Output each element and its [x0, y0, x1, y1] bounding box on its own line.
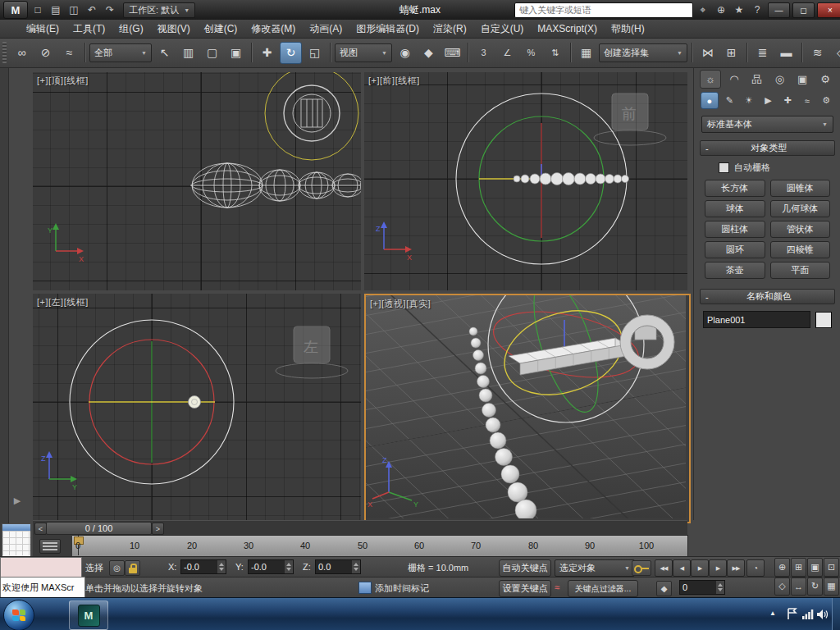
key-mode-toggle-icon[interactable]: ◆: [656, 581, 672, 596]
tab-motion[interactable]: ◎: [769, 71, 789, 88]
prim-button-box[interactable]: 长方体: [705, 180, 765, 197]
category-geometry-icon[interactable]: ●: [701, 92, 719, 109]
menu-help[interactable]: 帮助(H): [605, 21, 651, 38]
prim-button-geosphere[interactable]: 几何球体: [770, 200, 831, 217]
go-to-end-button[interactable]: ▶▶: [727, 559, 745, 577]
viewport-perspective-label[interactable]: [+][透视][真实]: [370, 298, 431, 310]
edit-named-selection-sets-icon[interactable]: ▦: [575, 42, 597, 64]
set-key-key-icon[interactable]: [632, 560, 651, 576]
menu-maxscript[interactable]: MAXScript(X): [531, 21, 604, 36]
track-bar[interactable]: < 0 / 100 >: [33, 520, 687, 536]
viewport-front-canvas[interactable]: 前 Z X: [364, 72, 687, 290]
percent-snap-icon[interactable]: %: [520, 42, 542, 64]
macro-recorder-field[interactable]: [0, 557, 82, 578]
undo-icon[interactable]: ↶: [84, 2, 100, 17]
menu-modifiers[interactable]: 修改器(M): [244, 21, 302, 38]
taskbar-3dsmax-button[interactable]: M: [69, 600, 108, 630]
frame-back-button[interactable]: <: [34, 523, 47, 535]
maxscript-mini-listener[interactable]: 欢迎使用 MAXScr: [0, 577, 85, 598]
reference-coordinate-dropdown[interactable]: 视图 ▼: [335, 43, 392, 62]
selection-lock-icon[interactable]: [125, 560, 140, 576]
select-object-icon[interactable]: ↖: [153, 42, 176, 64]
viewport-perspective[interactable]: [+][透视][真实]: [364, 294, 691, 523]
menu-customize[interactable]: 自定义(U): [474, 21, 531, 38]
select-and-link-icon[interactable]: ∞: [11, 42, 33, 64]
search-icon[interactable]: ⌖: [695, 2, 711, 17]
close-button[interactable]: ×: [817, 2, 840, 18]
isolate-selection-icon[interactable]: ◎: [109, 560, 125, 576]
schematic-view-icon[interactable]: ◇: [830, 42, 840, 64]
maximize-viewport-icon[interactable]: ▦: [824, 578, 839, 596]
autogrid-checkbox[interactable]: [719, 162, 729, 173]
viewport-left[interactable]: [+][左][线框] 左: [33, 294, 361, 520]
field-of-view-icon[interactable]: ◇: [774, 578, 790, 596]
object-color-swatch[interactable]: [815, 312, 832, 328]
prim-button-torus[interactable]: 圆环: [705, 241, 765, 258]
menu-edit[interactable]: 编辑(E): [20, 21, 66, 38]
select-and-scale-icon[interactable]: ◱: [304, 42, 326, 64]
auto-key-button[interactable]: 自动关键点: [499, 559, 551, 577]
selection-set-dropdown[interactable]: 选定对象 ▼: [555, 559, 635, 577]
prim-button-tube[interactable]: 管状体: [770, 221, 831, 238]
angle-snap-icon[interactable]: ∠: [496, 42, 518, 64]
zoom-extents-icon[interactable]: ▣: [807, 558, 823, 577]
show-desktop-button[interactable]: [832, 598, 840, 630]
previous-frame-button[interactable]: ◀: [673, 559, 691, 577]
prim-button-cylinder[interactable]: 圆柱体: [705, 221, 765, 238]
help-icon[interactable]: ?: [749, 2, 765, 17]
category-systems-icon[interactable]: ⚙: [818, 93, 834, 108]
menu-tools[interactable]: 工具(T): [66, 21, 112, 38]
add-time-tag-label[interactable]: 添加时间标记: [375, 582, 429, 595]
orbit-icon[interactable]: ↻: [807, 578, 823, 596]
application-menu-button[interactable]: M: [3, 1, 28, 19]
select-by-name-icon[interactable]: ▥: [177, 42, 199, 64]
tray-volume-icon[interactable]: [817, 609, 828, 619]
prim-button-teapot[interactable]: 茶壶: [705, 262, 765, 279]
spinner-icon[interactable]: [352, 559, 361, 574]
viewport-top-canvas[interactable]: Y X: [33, 72, 361, 290]
zoom-icon[interactable]: ⊕: [774, 558, 790, 577]
curve-editor-icon[interactable]: ≋: [806, 42, 829, 64]
align-icon[interactable]: ⊞: [720, 42, 742, 64]
viewport-left-label[interactable]: [+][左][线框]: [37, 296, 89, 308]
expand-panel-arrow-button[interactable]: ▶: [10, 491, 25, 510]
maximize-button[interactable]: ◻: [792, 2, 815, 18]
viewport-perspective-canvas[interactable]: Z Y X: [366, 295, 686, 518]
category-helpers-icon[interactable]: ✚: [779, 93, 796, 108]
spinner-icon[interactable]: [716, 580, 725, 595]
minimize-button[interactable]: —: [768, 2, 790, 18]
viewport-left-canvas[interactable]: 左 Z Y: [33, 294, 361, 520]
ribbon-toggle-icon[interactable]: ▬: [775, 42, 797, 64]
redo-icon[interactable]: ↷: [102, 2, 118, 17]
viewport-top[interactable]: [+][顶][线框]: [33, 72, 361, 290]
tab-display[interactable]: ▣: [792, 71, 812, 88]
z-coordinate-field[interactable]: [315, 559, 361, 574]
zoom-region-icon[interactable]: ⊡: [824, 558, 839, 577]
primitive-category-dropdown[interactable]: 标准基本体 ▼: [701, 116, 833, 133]
tab-hierarchy[interactable]: 品: [747, 71, 767, 88]
spinner-icon[interactable]: [217, 559, 226, 574]
workspace-dropdown[interactable]: 工作区: 默认 ▼: [123, 2, 195, 18]
pan-icon[interactable]: ↔: [791, 578, 806, 596]
viewport-front[interactable]: [+][前][线框] 前: [364, 72, 687, 290]
prim-button-cone[interactable]: 圆锥体: [770, 180, 831, 197]
menu-group[interactable]: 组(G): [112, 21, 149, 38]
tray-show-hidden-icons-button[interactable]: ▲: [769, 609, 776, 617]
search-input[interactable]: [514, 2, 693, 18]
spinner-snap-icon[interactable]: ⇅: [544, 42, 566, 64]
prim-button-pyramid[interactable]: 四棱锥: [770, 241, 831, 258]
bind-to-spacewarp-icon[interactable]: ≈: [58, 42, 80, 64]
window-crossing-icon[interactable]: ▣: [225, 42, 247, 64]
rotate-gizmo[interactable]: [70, 320, 234, 484]
spinner-icon[interactable]: [285, 559, 294, 574]
open-file-icon[interactable]: ▤: [48, 2, 64, 17]
keyboard-shortcut-override-icon[interactable]: ⌨: [441, 42, 463, 64]
time-tag-icon[interactable]: [358, 582, 372, 594]
rollout-name-color[interactable]: - 名称和颜色: [700, 289, 835, 304]
current-frame-field[interactable]: [679, 580, 725, 595]
viewcube[interactable]: 前: [594, 94, 666, 145]
tab-modify[interactable]: ◠: [724, 71, 744, 88]
go-to-start-button[interactable]: ◀◀: [655, 559, 673, 577]
zoom-all-icon[interactable]: ⊞: [791, 558, 806, 577]
prim-button-sphere[interactable]: 球体: [705, 200, 765, 217]
